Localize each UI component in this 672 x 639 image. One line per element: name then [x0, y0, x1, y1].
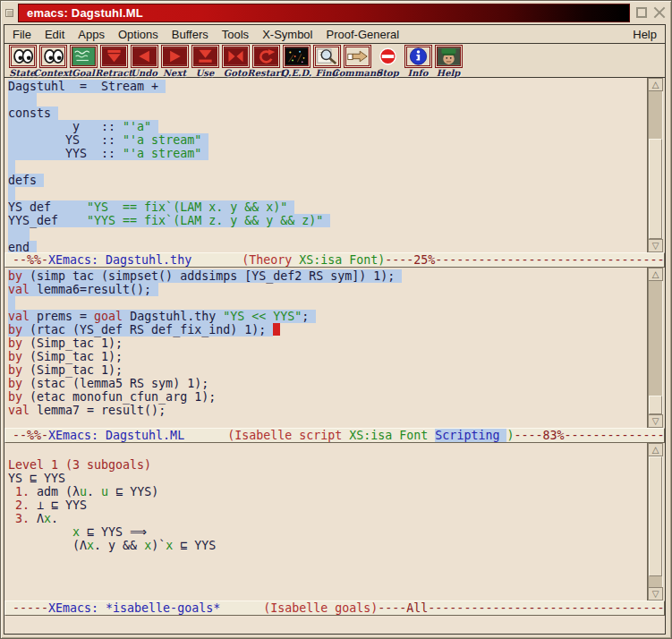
circular-arrow-icon — [252, 45, 280, 68]
scrollbar-track[interactable] — [648, 281, 663, 414]
info-button[interactable]: Info — [403, 45, 433, 78]
scroll-down-icon[interactable]: ▽ — [648, 239, 663, 252]
echo-area[interactable] — [4, 616, 665, 634]
menu-item-proof-general[interactable]: Proof-General — [326, 28, 399, 41]
restart-button[interactable]: Restart — [251, 45, 281, 78]
window-title: emacs: Dagstuhl.ML — [27, 6, 143, 20]
toolbar: StateContextGoalRetractUndoNextUseGotoRe… — [4, 44, 665, 78]
menu-item-apps[interactable]: Apps — [78, 28, 105, 41]
toolbar-button-label: Use — [196, 68, 215, 78]
buffer-line: 2. ⊥ ⊑ YYS — [8, 498, 647, 512]
scrollbar-track[interactable] — [648, 91, 663, 239]
titlebar-gradient[interactable]: emacs: Dagstuhl.ML — [18, 4, 630, 22]
buffer-line: by (Simp_tac 1); — [8, 337, 647, 350]
buffer-line: YS :: "'a stream" — [8, 133, 647, 147]
buffer-line: by (etac monofun_cfun_arg 1); — [8, 390, 647, 404]
maximize-icon[interactable] — [636, 7, 647, 18]
context-button[interactable]: Context — [38, 45, 68, 78]
buffer-line: defs — [8, 174, 647, 187]
use-button[interactable]: Use — [190, 45, 220, 78]
info-circle-icon — [404, 45, 432, 68]
script-modeline: --%%-XEmacs: Dagstuhl.ML (Isabelle scrip… — [4, 428, 665, 443]
scrollbar-track[interactable] — [648, 456, 663, 587]
buffer-line: (Λx. y && x)`x ⊑ YYS — [8, 539, 647, 552]
buffer-line: by (simp_tac (simpset() addsimps [YS_def… — [8, 269, 647, 283]
script-buffer-pane: by (simp_tac (simpset() addsimps [YS_def… — [4, 268, 665, 428]
editor: Dagstuhl = Stream +consts y :: "'a" YS :… — [4, 78, 665, 634]
triangle-down-bar-icon — [191, 45, 219, 68]
buffer-line — [8, 160, 647, 174]
toolbar-button-label: Context — [33, 68, 72, 78]
goto-button[interactable]: Goto — [220, 45, 251, 78]
command-button[interactable]: Command — [342, 45, 372, 78]
buffer-line: consts — [8, 106, 647, 120]
buffer-line: Dagstuhl = Stream + — [8, 80, 647, 93]
menu-item-file[interactable]: File — [13, 28, 31, 41]
help-button[interactable]: Help — [433, 45, 464, 78]
titlebar: emacs: Dagstuhl.ML — [1, 1, 671, 24]
officer-face-icon — [435, 45, 463, 68]
menu-item-options[interactable]: Options — [118, 28, 158, 41]
goals-scrollbar: △ ▽ — [647, 443, 665, 601]
theory-scrollbar: △ ▽ — [647, 78, 665, 252]
scroll-down-icon[interactable]: ▽ — [648, 414, 663, 428]
undo-button[interactable]: Undo — [129, 45, 159, 78]
menu-item-x-symbol[interactable]: X-Symbol — [262, 28, 312, 41]
stop-button[interactable]: Stop — [372, 45, 403, 78]
buffer-line — [8, 187, 647, 200]
buffer-line — [8, 445, 647, 458]
next-button[interactable]: Next — [159, 45, 190, 78]
buffer-line: YS ⊑ YYS — [8, 472, 647, 485]
goals-text-area[interactable]: Level 1 (3 subgoals)YS ⊑ YYS 1. adm (λu.… — [4, 443, 647, 601]
goals-buffer-pane: Level 1 (3 subgoals)YS ⊑ YYS 1. adm (λu.… — [4, 443, 665, 601]
scrollbar-thumb[interactable] — [649, 456, 662, 576]
buffer-line — [8, 296, 647, 310]
script-scrollbar: △ ▽ — [647, 268, 665, 428]
theory-modeline: --%%-XEmacs: Dagstuhl.thy (Theory XS:isa… — [4, 252, 665, 268]
toolbar-button-label: Goto — [224, 68, 248, 78]
menu-item-buffers[interactable]: Buffers — [172, 28, 208, 41]
buffer-line: 3. Λx. — [8, 512, 647, 525]
theory-text-area[interactable]: Dagstuhl = Stream +consts y :: "'a" YS :… — [4, 78, 647, 252]
toolbar-button-label: Help — [437, 68, 461, 78]
goals-modeline: -----XEmacs: *isabelle-goals* (Isabelle … — [4, 601, 665, 616]
close-icon[interactable] — [653, 6, 666, 19]
scrollbar-thumb[interactable] — [649, 396, 662, 414]
buffer-line: end — [8, 241, 647, 252]
scroll-up-icon[interactable]: △ — [648, 443, 663, 456]
retract-button[interactable]: Retract — [98, 45, 129, 78]
buffer-line: by (Simp_tac 1); — [8, 363, 647, 377]
buffer-line: val lemma7 = result(); — [8, 404, 647, 417]
toolbar-button-label: Stop — [376, 68, 399, 78]
buffer-line: 1. adm (λu. u ⊑ YYS) — [8, 485, 647, 498]
qed-button[interactable]: Q.E.D. — [281, 45, 311, 78]
menu-item-edit[interactable]: Edit — [45, 28, 64, 41]
window-menu-icon[interactable] — [5, 9, 13, 17]
buffer-line — [8, 93, 647, 106]
buffer-line: by (Simp_tac 1); — [8, 350, 647, 363]
scroll-down-icon[interactable]: ▽ — [648, 587, 663, 601]
triangle-up-bar-icon — [100, 45, 128, 68]
buffer-line: val lemma6=result(); — [8, 283, 647, 296]
script-text-area[interactable]: by (simp_tac (simpset() addsimps [YS_def… — [4, 268, 647, 428]
pointing-hand-icon — [344, 45, 371, 68]
toolbar-button-label: State — [9, 68, 35, 78]
buffer-line: YYS_def "YYS == fix`(LAM z. y && y && z)… — [8, 214, 647, 227]
scroll-up-icon[interactable]: △ — [648, 78, 663, 91]
chalkboard-icon — [70, 45, 98, 68]
scrollbar-thumb[interactable] — [649, 139, 662, 239]
buffer-line: YYS :: "'a stream" — [8, 147, 647, 160]
menu-item-help[interactable]: Help — [633, 28, 657, 41]
buffer-line: by (stac (lemma5 RS sym) 1); — [8, 377, 647, 390]
eyes-icon — [9, 45, 37, 68]
buffer-line: by (rtac (YS_def RS def_fix_ind) 1); — [8, 323, 647, 337]
frame: FileEditAppsOptionsBuffersToolsX-SymbolP… — [4, 24, 666, 635]
buffer-line: val prems = goal Dagstuhl.thy "YS << YYS… — [8, 310, 647, 323]
xemacs-window: emacs: Dagstuhl.ML FileEditAppsOptionsBu… — [0, 0, 672, 639]
toolbar-button-label: Q.E.D. — [281, 68, 312, 78]
menu-item-tools[interactable]: Tools — [222, 28, 249, 41]
goal-button[interactable]: Goal — [68, 45, 98, 78]
buffer-line — [8, 227, 647, 241]
scroll-up-icon[interactable]: △ — [648, 268, 663, 281]
text-cursor — [273, 323, 280, 336]
